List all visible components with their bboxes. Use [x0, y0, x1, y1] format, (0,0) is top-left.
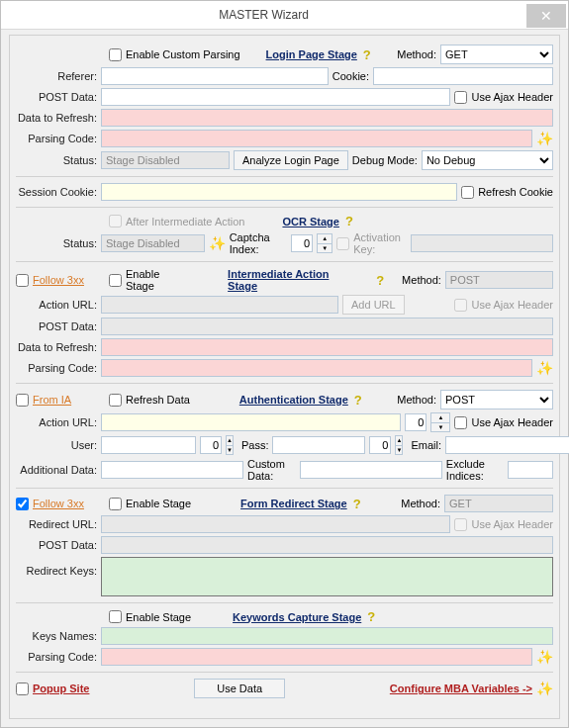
redir-postdata-label: POST Data: — [16, 539, 97, 551]
captcha-index-label: Captcha Index: — [230, 231, 287, 255]
kw-enable-checkbox[interactable]: Enable Stage — [109, 610, 191, 623]
redir-postdata-input — [101, 536, 553, 554]
captcha-index-input[interactable] — [291, 234, 313, 252]
ia-postdata-label: POST Data: — [16, 320, 97, 332]
custom-data-label: Custom Data: — [247, 458, 296, 482]
debug-mode-select[interactable]: No Debug — [422, 150, 553, 170]
after-ia-checkbox: After Intermediate Action — [109, 215, 244, 228]
add-url-button: Add URL — [342, 295, 405, 315]
pass-input[interactable] — [272, 436, 365, 454]
help-icon[interactable]: ? — [354, 393, 362, 408]
ocr-stage-link[interactable]: OCR Stage — [282, 216, 338, 228]
exclude-input[interactable] — [508, 461, 553, 479]
activation-key-input — [411, 234, 553, 252]
help-icon[interactable]: ? — [367, 609, 375, 624]
wand-icon[interactable]: ✨ — [536, 649, 553, 665]
auth-method-select[interactable]: POST — [440, 390, 553, 410]
wand-icon[interactable]: ✨ — [209, 235, 226, 251]
redir-follow3xx[interactable]: Follow 3xx — [16, 498, 84, 510]
help-icon[interactable]: ? — [353, 497, 361, 511]
login-stage-link[interactable]: Login Page Stage — [266, 48, 357, 60]
cookie-input[interactable] — [373, 67, 553, 85]
method-label: Method: — [397, 394, 436, 406]
ia-dtr-label: Data to Refresh: — [16, 341, 97, 353]
titlebar: MASTER Wizard ✕ — [1, 1, 568, 30]
ia-ajax-checkbox: Use Ajax Header — [454, 299, 553, 312]
user-label: User: — [16, 439, 97, 451]
auth-stage-link[interactable]: Authentication Stage — [239, 394, 348, 406]
refresh-data-checkbox[interactable]: Refresh Data — [109, 394, 190, 407]
ia-pcode-label: Parsing Code: — [16, 362, 97, 374]
spinner[interactable]: ▲▼ — [395, 435, 403, 455]
close-icon[interactable]: ✕ — [526, 4, 566, 28]
user-index[interactable] — [200, 436, 222, 454]
redir-keys-input[interactable] — [101, 557, 553, 596]
ia-postdata-input — [101, 318, 553, 335]
session-cookie-label: Session Cookie: — [16, 186, 97, 198]
help-icon[interactable]: ? — [376, 273, 384, 288]
content-area: Enable Custom Parsing Login Page Stage ?… — [9, 35, 560, 719]
auth-url-index[interactable] — [405, 413, 427, 431]
keys-names-label: Keys Names: — [16, 630, 97, 642]
analyze-login-button[interactable]: Analyze Login Page — [234, 150, 348, 170]
additional-data-label: Additional Data: — [16, 464, 97, 476]
referer-label: Referer: — [16, 70, 97, 82]
session-cookie-input[interactable] — [101, 183, 457, 201]
method-label: Method: — [402, 274, 441, 286]
wand-icon[interactable]: ✨ — [536, 360, 553, 376]
help-icon[interactable]: ? — [363, 47, 371, 62]
custom-data-input[interactable] — [300, 461, 442, 479]
wand-icon[interactable]: ✨ — [536, 131, 553, 146]
ia-dtr-input[interactable] — [101, 338, 553, 356]
kw-pcode-input[interactable] — [101, 648, 532, 666]
redir-ajax-checkbox: Use Ajax Header — [454, 518, 553, 531]
auth-action-url-label: Action URL: — [16, 416, 97, 428]
enable-custom-parsing[interactable]: Enable Custom Parsing — [109, 48, 240, 61]
redir-keys-label: Redirect Keys: — [16, 557, 97, 596]
spinner[interactable]: ▲▼ — [226, 435, 234, 455]
kw-stage-link[interactable]: Keywords Capture Stage — [233, 611, 361, 623]
ia-stage-link[interactable]: Intermediate Action Stage — [228, 268, 360, 292]
ia-pcode-input[interactable] — [101, 359, 532, 377]
auth-action-url-input[interactable] — [101, 413, 401, 431]
referer-input[interactable] — [101, 67, 329, 85]
login-pcode-input[interactable] — [101, 130, 532, 147]
configure-mba-link[interactable]: Configure MBA Variables -> — [390, 682, 532, 694]
redir-enable-checkbox[interactable]: Enable Stage — [109, 498, 191, 510]
wizard-window: MASTER Wizard ✕ Enable Custom Parsing Lo… — [0, 0, 569, 728]
ocr-status: Stage Disabled — [101, 234, 205, 252]
pass-index[interactable] — [369, 436, 391, 454]
login-status: Stage Disabled — [101, 151, 230, 169]
login-method-select[interactable]: GET — [440, 45, 553, 64]
keys-names-input[interactable] — [101, 627, 553, 645]
auth-ajax-checkbox[interactable]: Use Ajax Header — [454, 416, 553, 429]
spinner[interactable]: ▲▼ — [317, 233, 332, 253]
help-icon[interactable]: ? — [345, 214, 353, 228]
wand-icon[interactable]: ✨ — [536, 681, 553, 696]
redir-method: GET — [444, 495, 553, 512]
user-input[interactable] — [101, 436, 196, 454]
login-postdata-input[interactable] — [101, 88, 450, 106]
method-label: Method: — [397, 48, 436, 60]
email-input[interactable] — [445, 436, 569, 454]
from-ia[interactable]: From IA — [16, 394, 71, 407]
use-data-button[interactable]: Use Data — [194, 679, 285, 698]
cookie-label: Cookie: — [332, 70, 369, 82]
refresh-cookie-checkbox[interactable]: Refresh Cookie — [461, 186, 553, 199]
method-label: Method: — [401, 498, 440, 509]
action-url-label: Action URL: — [16, 299, 97, 311]
postdata-label: POST Data: — [16, 91, 97, 103]
redir-stage-link[interactable]: Form Redirect Stage — [240, 498, 347, 509]
dtr-label: Data to Refresh: — [16, 112, 97, 124]
login-ajax-checkbox[interactable]: Use Ajax Header — [454, 91, 553, 104]
redir-url-input — [101, 515, 450, 533]
additional-data-input[interactable] — [101, 461, 243, 479]
kw-pcode-label: Parsing Code: — [16, 651, 97, 663]
activation-key-checkbox: Activation Key: — [336, 231, 407, 255]
login-dtr-input[interactable] — [101, 109, 553, 127]
spinner[interactable]: ▲▼ — [430, 412, 450, 432]
ia-follow3xx[interactable]: Follow 3xx — [16, 274, 84, 287]
ia-enable-checkbox[interactable]: Enable Stage — [109, 268, 190, 292]
window-title: MASTER Wizard — [1, 8, 526, 22]
popup-site[interactable]: Popup Site — [16, 682, 89, 695]
